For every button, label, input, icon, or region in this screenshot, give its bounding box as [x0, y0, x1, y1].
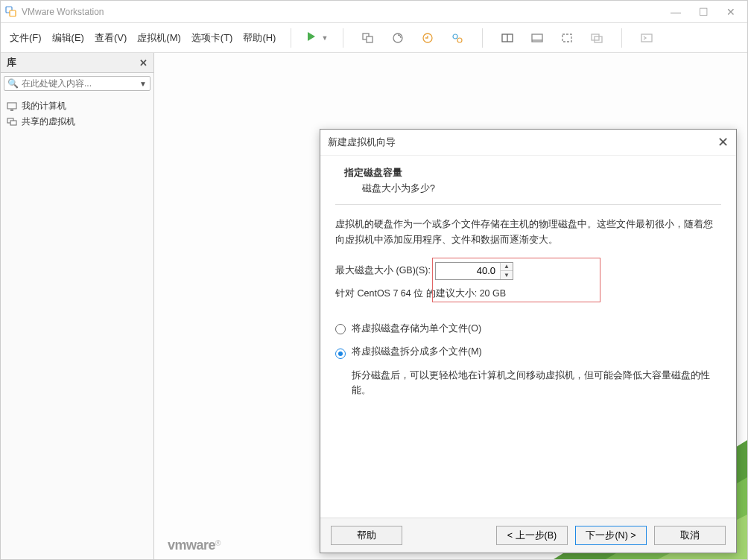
dropdown-icon: ▼ [321, 34, 328, 42]
svg-point-8 [457, 38, 462, 42]
radio-single-label: 将虚拟磁盘存储为单个文件(O) [352, 322, 481, 335]
play-icon [306, 31, 320, 45]
library-search[interactable]: 🔍 ▼ [4, 76, 150, 91]
branding-text: vmware [168, 538, 215, 553]
disk-size-input[interactable] [436, 264, 500, 278]
new-vm-wizard-dialog: 新建虚拟机向导 ✕ 指定磁盘容量 磁盘大小为多少? 虚拟机的硬盘作为一个或多个文… [320, 129, 737, 553]
radio-split-label: 将虚拟磁盘拆分成多个文件(M) [352, 346, 482, 358]
next-button[interactable]: 下一步(N) > [575, 526, 647, 545]
tree-item-mycomputer[interactable]: 我的计算机 [7, 98, 148, 114]
radio-split-files[interactable]: 将虚拟磁盘拆分成多个文件(M) [335, 346, 721, 359]
snapshot-icon[interactable] [388, 29, 408, 47]
close-button[interactable]: ✕ [726, 6, 735, 18]
spinner-down-button[interactable]: ▼ [501, 271, 513, 279]
back-button[interactable]: < 上一步(B) [496, 526, 568, 545]
menu-tabs[interactable]: 选项卡(T) [191, 31, 233, 45]
search-icon: 🔍 [7, 78, 19, 89]
menu-view[interactable]: 查看(V) [95, 31, 127, 45]
unity-icon[interactable] [587, 29, 606, 47]
cancel-button[interactable]: 取消 [654, 526, 726, 545]
view-single-icon[interactable] [527, 29, 547, 47]
svg-rect-15 [595, 36, 602, 42]
library-title: 库 [7, 56, 16, 69]
library-tree: 我的计算机 共享的虚拟机 [1, 94, 153, 134]
manage-snapshots-icon[interactable] [448, 29, 467, 47]
library-close-button[interactable]: ✕ [139, 57, 148, 69]
computer-icon [7, 102, 17, 111]
minimize-button[interactable]: — [671, 6, 681, 18]
content-area: 远程服务器 vmware® 新建虚拟机向导 ✕ 指定磁盘容量 [154, 53, 747, 559]
svg-rect-17 [7, 103, 16, 109]
svg-rect-13 [562, 34, 571, 42]
spinner-up-button[interactable]: ▲ [501, 263, 513, 271]
branding-reg: ® [215, 539, 221, 547]
library-panel: 库 ✕ 🔍 ▼ 我的计算机 共享的虚拟机 [1, 53, 154, 559]
help-button[interactable]: 帮助 [331, 526, 402, 545]
disk-size-label: 最大磁盘大小 (GB)(S): [335, 264, 431, 277]
radio-single-file[interactable]: 将虚拟磁盘存储为单个文件(O) [335, 322, 721, 337]
shared-vm-icon [7, 118, 17, 127]
radio-icon [335, 324, 346, 334]
dialog-title: 新建虚拟机向导 [328, 136, 717, 149]
dialog-heading: 指定磁盘容量 [344, 166, 721, 179]
svg-rect-1 [10, 10, 16, 16]
tree-item-label: 共享的虚拟机 [22, 115, 75, 128]
menubar: 文件(F) 编辑(E) 查看(V) 虚拟机(M) 选项卡(T) 帮助(H) ▼ [1, 23, 747, 53]
svg-point-7 [453, 34, 457, 39]
vmware-logo-icon [5, 6, 17, 18]
maximize-button[interactable]: ☐ [699, 6, 709, 18]
tree-item-label: 我的计算机 [22, 100, 66, 112]
titlebar: VMware Workstation — ☐ ✕ [1, 1, 747, 23]
window-controls: — ☐ ✕ [671, 6, 735, 18]
split-description: 拆分磁盘后，可以更轻松地在计算机之间移动虚拟机，但可能会降低大容量磁盘的性能。 [352, 368, 721, 398]
vmware-branding: vmware® [168, 538, 221, 553]
recommendation-text: 针对 CentOS 7 64 位 的建议大小: 20 GB [335, 287, 721, 300]
svg-rect-20 [10, 121, 16, 125]
disk-store-options: 将虚拟磁盘存储为单个文件(O) 将虚拟磁盘拆分成多个文件(M) 拆分磁盘后，可以… [335, 322, 721, 398]
menu-file[interactable]: 文件(F) [10, 31, 42, 45]
search-dropdown-icon[interactable]: ▼ [139, 80, 147, 88]
tree-item-shared[interactable]: 共享的虚拟机 [7, 114, 148, 130]
menu-edit[interactable]: 编辑(E) [52, 31, 84, 45]
svg-marker-2 [308, 32, 315, 41]
disk-size-spinner[interactable]: ▲ ▼ [435, 262, 513, 280]
menu-vm[interactable]: 虚拟机(M) [137, 31, 181, 45]
svg-rect-4 [367, 36, 373, 42]
dialog-close-button[interactable]: ✕ [717, 134, 729, 150]
view-sidebyside-icon[interactable] [498, 29, 517, 47]
revert-icon[interactable] [418, 29, 437, 47]
dialog-description: 虚拟机的硬盘作为一个或多个文件存储在主机的物理磁盘中。这些文件最初很小，随着您向… [335, 217, 721, 249]
app-window: VMware Workstation — ☐ ✕ 文件(F) 编辑(E) 查看(… [0, 0, 748, 560]
search-input[interactable] [22, 78, 139, 89]
fullscreen-icon[interactable] [557, 29, 577, 47]
svg-rect-14 [592, 34, 599, 40]
play-button[interactable]: ▼ [306, 31, 328, 45]
menu-help[interactable]: 帮助(H) [243, 31, 276, 45]
toolbar-icon-1[interactable] [358, 29, 378, 47]
radio-icon-checked [335, 349, 346, 359]
console-icon[interactable] [637, 29, 656, 47]
app-title: VMware Workstation [22, 7, 104, 17]
dialog-subheading: 磁盘大小为多少? [362, 182, 721, 195]
